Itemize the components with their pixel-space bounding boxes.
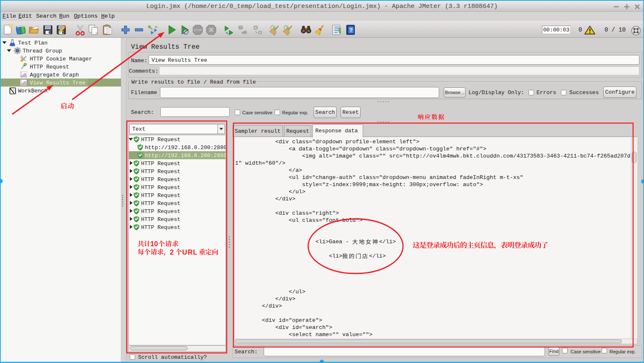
svg-text:2: 2 [170,248,174,256]
svg-text:URL: URL [182,248,198,256]
svg-text:10: 10 [150,240,158,247]
